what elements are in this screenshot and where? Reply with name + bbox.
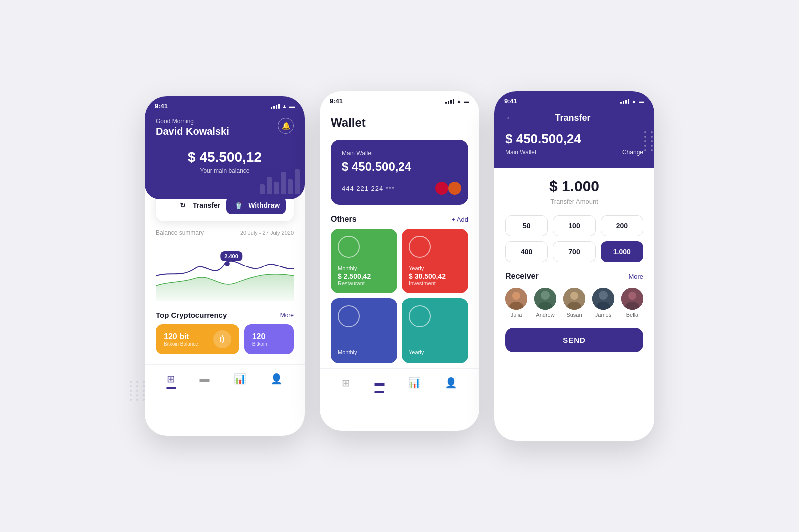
transfer-wallet-amount: $ 450.500,24: [505, 131, 643, 147]
add-wallet-button[interactable]: + Add: [451, 216, 468, 223]
nav-profile-2[interactable]: 👤: [441, 375, 461, 391]
balance-amount: $ 45.500,12: [156, 149, 294, 165]
bottom-nav-1: ⊞ ▬ 📊 👤: [145, 364, 305, 395]
battery-icon-3: ▬: [639, 98, 644, 104]
receiver-name-bella: Bella: [626, 312, 638, 318]
wallet-card-monthly-restaurant[interactable]: Monthly $ 2.500,42 Restaurant: [331, 229, 397, 293]
card-label-4: Yearly: [409, 349, 461, 355]
wallet-title: Wallet: [331, 116, 468, 130]
signal-icon-3: [620, 99, 629, 104]
card-circle-2: [409, 236, 431, 258]
receiver-bella[interactable]: Bella: [621, 288, 643, 318]
avatar-placeholder-julia: [505, 288, 527, 310]
avatar-susan: [563, 288, 585, 310]
time-1: 9:41: [155, 102, 168, 110]
card-nav-icon-2: ▬: [374, 377, 384, 388]
nav-home-1[interactable]: ⊞: [163, 371, 179, 387]
phone-wallet: 9:41 ▲ ▬ Wallet Main Wallet $ 450.500,24…: [320, 91, 479, 431]
time-3: 9:41: [504, 97, 517, 105]
avatar-james: [592, 288, 614, 310]
transfer-header: ← Transfer $ 450.500,24 Main Wallet Chan…: [494, 108, 654, 168]
balance-section: $ 45.500,12 Your main balance: [156, 149, 294, 174]
card-circle-4: [409, 305, 431, 327]
crypto-sub-1: Bitkoin Balance: [164, 341, 198, 347]
status-bar-1: 9:41 ▲ ▬: [145, 96, 305, 113]
svg-point-0: [225, 261, 230, 266]
svg-point-2: [512, 292, 520, 300]
home-nav-icon-2: ⊞: [342, 377, 350, 389]
nav-card-1[interactable]: ▬: [195, 371, 213, 387]
wallet-card-monthly-2[interactable]: Monthly: [331, 298, 397, 363]
mastercard-icon: [435, 182, 457, 195]
crypto-row: 120 bit Bitkoin Balance ₿ 120 Bitkoin: [156, 324, 294, 354]
receiver-more-button[interactable]: More: [628, 273, 643, 280]
chart-tooltip: 2.400: [220, 251, 242, 261]
chart-date: 20 July - 27 July 2020: [240, 230, 294, 236]
card-label-1: Monthly: [338, 266, 390, 271]
avatar-placeholder-bella: [621, 288, 643, 310]
receiver-list: Julia An: [505, 288, 643, 318]
send-button[interactable]: SEND: [505, 328, 643, 352]
amount-btn-100[interactable]: 100: [553, 215, 595, 236]
wallet-card-yearly-investment[interactable]: Yearly $ 30.500,42 Investment: [402, 229, 468, 293]
big-transfer-amount: $ 1.000: [505, 178, 643, 195]
others-section: Others + Add Monthly $ 2.500,42 Restaura…: [320, 210, 479, 368]
profile-nav-icon-2: 👤: [445, 377, 457, 389]
home-nav-icon: ⊞: [167, 373, 175, 385]
amount-btn-1000[interactable]: 1.000: [601, 241, 643, 262]
receiver-susan[interactable]: Susan: [563, 288, 585, 318]
crypto-title: Top Cryptocurrency: [156, 311, 227, 319]
nav-card-2[interactable]: ▬: [370, 375, 388, 391]
amount-btn-400[interactable]: 400: [505, 241, 548, 262]
receiver-andrew[interactable]: Andrew: [534, 288, 556, 318]
card-nav-icon: ▬: [199, 373, 209, 384]
wallet-card-bottom: 444 221 224 ***: [342, 182, 457, 195]
status-bar-3: 9:41 ▲ ▬: [494, 91, 654, 108]
status-icons-3: ▲ ▬: [620, 98, 644, 104]
amount-btn-700[interactable]: 700: [553, 241, 595, 262]
receiver-julia[interactable]: Julia: [505, 288, 527, 318]
status-icons-1: ▲ ▬: [271, 103, 295, 109]
status-icons-2: ▲ ▬: [445, 98, 469, 104]
transfer-wallet-row: Main Wallet Change: [505, 149, 643, 156]
change-wallet-button[interactable]: Change: [622, 149, 643, 156]
crypto-more-link[interactable]: More: [280, 312, 294, 319]
greeting-text: Good Morning: [156, 118, 229, 125]
card-amount-2: $ 30.500,42: [409, 272, 461, 280]
receiver-header: Receiver More: [505, 272, 643, 281]
transfer-nav: ← Transfer: [505, 113, 643, 123]
card-circle-3: [338, 305, 360, 327]
notification-bell-icon[interactable]: 🔔: [278, 118, 294, 134]
crypto-name-1: 120 bit: [164, 332, 198, 341]
avatar-placeholder-susan: [563, 288, 585, 310]
amount-btn-50[interactable]: 50: [505, 215, 548, 236]
phone-transfer: 9:41 ▲ ▬ ← Transfer $ 450.500,24: [494, 91, 654, 441]
card-amount-1: $ 2.500,42: [338, 272, 390, 280]
others-title: Others: [331, 215, 357, 224]
svg-point-11: [599, 291, 608, 300]
nav-chart-1[interactable]: 📊: [230, 371, 250, 387]
amount-btn-200[interactable]: 200: [601, 215, 643, 236]
status-bar-2: 9:41 ▲ ▬: [320, 91, 479, 108]
chart-container: 2.400: [156, 241, 294, 301]
card-label-2: Yearly: [409, 266, 461, 271]
transfer-page-title: Transfer: [555, 113, 590, 123]
back-button[interactable]: ←: [505, 113, 514, 123]
receiver-james[interactable]: James: [592, 288, 614, 318]
crypto-card-purple: 120 Bitkoin: [244, 324, 294, 354]
avatar-placeholder-james: [592, 288, 614, 310]
transfer-wallet-label: Main Wallet: [505, 149, 536, 156]
svg-point-14: [628, 292, 636, 300]
nav-home-2[interactable]: ⊞: [338, 375, 354, 391]
nav-chart-2[interactable]: 📊: [404, 375, 425, 391]
card-circle-1: [338, 236, 360, 258]
withdraw-icon: 🥤: [232, 199, 244, 211]
avatar-placeholder-andrew: [534, 288, 556, 310]
wallet-card-yearly-2[interactable]: Yearly: [402, 298, 468, 363]
nav-profile-1[interactable]: 👤: [266, 371, 287, 387]
chart-title: Balance summary: [156, 229, 204, 236]
receiver-name-james: James: [595, 312, 611, 318]
receiver-title: Receiver: [505, 272, 539, 281]
wallet-card-label: Main Wallet: [342, 150, 457, 157]
btc-icon: ₿: [213, 330, 231, 348]
